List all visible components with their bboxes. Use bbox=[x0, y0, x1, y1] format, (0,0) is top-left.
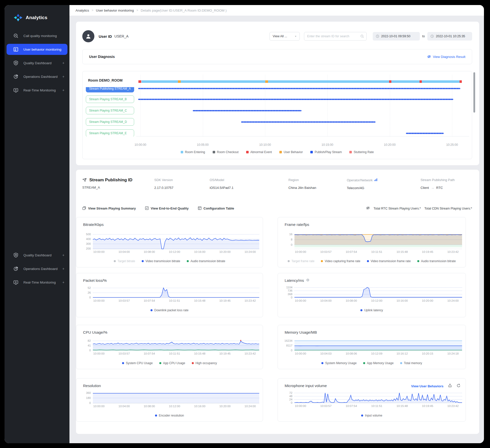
operations-dashboard-icon bbox=[13, 266, 18, 271]
view-diagnosis-result-link[interactable]: View Diagnosis Result bbox=[427, 55, 465, 59]
configuration-table-link[interactable]: Configuration Table bbox=[198, 206, 234, 211]
legend-dot bbox=[192, 362, 194, 364]
expand-plus-icon: + bbox=[62, 267, 64, 271]
view-all-select[interactable]: View All ... ▼ bbox=[270, 32, 300, 41]
legend-dot bbox=[321, 362, 323, 364]
breadcrumb-item[interactable]: User behavior monitoring bbox=[96, 9, 134, 12]
legend-item-room-entering[interactable]: Room Entering bbox=[181, 150, 205, 154]
chart-xlabel: 10:23:42 bbox=[245, 352, 256, 355]
content-area: User ID USER_A View All ... ▼ Enter the … bbox=[69, 16, 484, 443]
legend-item[interactable]: Uplink latency bbox=[360, 308, 383, 312]
memory-chart-card: Memory Usage/MB162348117010:00:0010:04:0… bbox=[278, 325, 466, 369]
timeline-scrollbar[interactable] bbox=[473, 72, 475, 113]
chart-xlabel: 10:00:00 bbox=[295, 404, 306, 407]
date-to-value: 2022-10-01 10:25:35 bbox=[436, 35, 465, 38]
chart-xlabel: 10:24:00 bbox=[447, 299, 459, 302]
sidebar-item-real-time-monitoring[interactable]: Real-Time Monitoring+ bbox=[7, 85, 67, 96]
view-user-behaviors-link[interactable]: View User Behaviors bbox=[411, 384, 443, 388]
sidebar-item-operations-dashboard[interactable]: Operations Dashboard+ bbox=[7, 263, 67, 274]
room-bar-segment-abnormal-event bbox=[420, 80, 422, 83]
breadcrumb-item[interactable]: Analytics bbox=[76, 9, 89, 12]
legend-item[interactable]: Target bitrate bbox=[114, 259, 135, 263]
legend-item-stuttering[interactable]: Stuttering Rate bbox=[349, 150, 374, 154]
chart-xlabel: 10:07:54 bbox=[144, 352, 155, 355]
sidebar-item-label: Operations Dashboard bbox=[23, 75, 58, 79]
chart-xlabel: 10:11:51 bbox=[371, 250, 382, 253]
sidebar-item-call-quality-monitoring[interactable]: Call quality monitoring bbox=[7, 30, 67, 41]
sidebar-item-operations-dashboard[interactable]: Operations Dashboard+ bbox=[7, 71, 67, 82]
breadcrumb-separator: > bbox=[136, 9, 138, 12]
legend-item-abnormal-event[interactable]: Abnormal Event bbox=[246, 150, 272, 154]
legend-item[interactable]: App CPU Usage bbox=[159, 361, 185, 365]
legend-item[interactable]: Total memory bbox=[400, 361, 422, 365]
legend-label: High occupancy bbox=[196, 361, 217, 365]
stream-bar-stream_b bbox=[138, 99, 453, 100]
sidebar-item-user-behavior-monitoring[interactable]: User behavior monitoring bbox=[7, 44, 67, 55]
sidebar-item-quality-dashboard[interactable]: Quality Dashboard+ bbox=[7, 57, 67, 68]
summary-icon bbox=[82, 206, 86, 211]
total-users-label: Total CDN Stream Playing Users:* bbox=[424, 207, 472, 210]
legend-label: Audio transmission bitrate bbox=[421, 259, 456, 263]
legend-item-publish-play[interactable]: Publish/Play Stream bbox=[310, 150, 342, 154]
legend-dot bbox=[417, 260, 419, 262]
export-icon[interactable] bbox=[448, 384, 452, 389]
legend-item[interactable]: System CPU Usage bbox=[122, 361, 153, 365]
legend-item-user-behavior[interactable]: User Behavior bbox=[279, 150, 303, 154]
chart-ylabel: 736 bbox=[278, 289, 292, 292]
bitrate-chart-card: Bitrate/Kbps50040030020010:00:0010:04:00… bbox=[76, 217, 263, 267]
view-stream-playing-summary-link[interactable]: View Stream Playing Summary bbox=[82, 206, 136, 211]
legend-item[interactable]: System Memory Usage bbox=[321, 361, 357, 365]
chart-ylabel: 0 bbox=[278, 401, 292, 404]
legend-item[interactable]: Video capturing frame rate bbox=[321, 259, 360, 263]
memory-chart-title: Memory Usage/MB bbox=[285, 330, 317, 334]
legend-item[interactable]: Audio transmission bitrate bbox=[187, 259, 225, 263]
mic-legend: Input volume bbox=[278, 414, 466, 417]
chart-ylabel: 8117 bbox=[278, 344, 292, 347]
legend-label: Downlink packet loss rate bbox=[154, 308, 189, 312]
stream-button-stream_a[interactable]: Stream Publishing STREAM_A bbox=[86, 87, 134, 92]
reset-icon[interactable] bbox=[457, 384, 461, 389]
sidebar-item-real-time-monitoring[interactable]: Real-Time Monitoring+ bbox=[7, 277, 67, 288]
stream-button-stream_b[interactable]: Stream Playing STREAM_B bbox=[86, 95, 134, 103]
legend-item[interactable]: Input volume bbox=[361, 414, 382, 417]
chart-xlabel: 10:12:00 bbox=[169, 250, 180, 253]
legend-dot bbox=[288, 260, 290, 262]
legend-item[interactable]: Encoder resolution bbox=[155, 414, 184, 417]
view-end-to-end-quality-link[interactable]: View End-to-End Quality bbox=[145, 206, 189, 211]
legend-item-room-checkout[interactable]: Room Checkout bbox=[213, 150, 239, 154]
date-from-input[interactable]: 2022-10-01 09:59:50 bbox=[373, 32, 420, 41]
expand-plus-icon: + bbox=[62, 253, 64, 257]
chart-xlabel: 10:16:00 bbox=[397, 299, 408, 302]
cpu-legend: System CPU UsageApp CPU UsageHigh occupa… bbox=[76, 361, 263, 365]
legend-item[interactable]: Video transmission bitrate bbox=[142, 259, 180, 263]
legend-label: Total memory bbox=[404, 361, 422, 365]
chart-xlabel: 10:24:18 bbox=[447, 352, 459, 355]
stream-button-stream_e[interactable]: Stream Playing STREAM_E bbox=[86, 129, 134, 136]
legend-item[interactable]: Target frame rate bbox=[288, 259, 314, 263]
quality-dashboard-icon bbox=[13, 253, 18, 258]
legend-item[interactable]: Video transmission frame rate bbox=[367, 259, 411, 263]
chart-xlabel: 10:00:00 bbox=[295, 250, 306, 253]
room-bar-segment-room-entering bbox=[391, 80, 420, 83]
stream-search-input[interactable]: Enter the stream ID for search bbox=[304, 32, 367, 41]
user-id-label: User ID bbox=[99, 34, 112, 39]
chart-ylabel: 500 bbox=[76, 233, 91, 236]
legend-item[interactable]: Audio transmission bitrate bbox=[417, 259, 456, 263]
legend-item[interactable]: Downlink packet loss rate bbox=[150, 308, 189, 312]
legend-item[interactable]: App Memory Usage bbox=[363, 361, 394, 365]
resolution-chart-plot bbox=[93, 390, 259, 404]
stream-bar-stream_c bbox=[193, 110, 301, 111]
info-field-sdk-version: SDK Version2.17.0.10757 bbox=[154, 178, 173, 190]
latency-chart-title: Latency/ms bbox=[285, 278, 310, 283]
legend-item[interactable]: High occupancy bbox=[192, 361, 217, 365]
info-value: Client→RTC bbox=[421, 186, 455, 190]
date-from-value: 2022-10-01 09:59:50 bbox=[381, 35, 410, 38]
view-diagnosis-result-label: View Diagnosis Result bbox=[433, 55, 465, 59]
diagnosis-title: User Diagnosis bbox=[89, 55, 115, 59]
stream-button-stream_d[interactable]: Stream Playing STREAM_D bbox=[86, 118, 134, 126]
user-diagnosis-bar: User Diagnosis View Diagnosis Result bbox=[82, 49, 472, 64]
stream-button-stream_c[interactable]: Stream Playing STREAM_C bbox=[86, 107, 134, 114]
date-to-input[interactable]: 2022-10-01 10:25:35 bbox=[427, 32, 472, 41]
room-bar-segment-user-behavior bbox=[265, 80, 268, 83]
sidebar-item-quality-dashboard[interactable]: Quality Dashboard+ bbox=[7, 250, 67, 261]
